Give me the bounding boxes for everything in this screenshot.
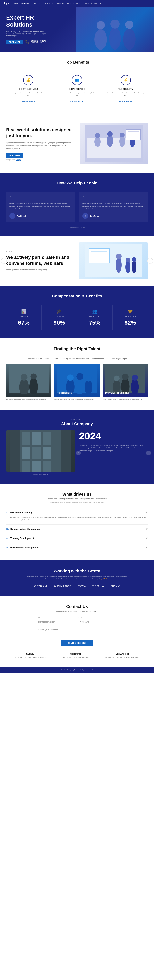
nav-item-page2[interactable]: PAGE 2	[76, 2, 83, 4]
faq-item-2: 02. Compensation Management ∨	[6, 525, 148, 534]
talent-label-2: HR Recruitment	[57, 392, 73, 394]
comp-mentorship-label: Mentorship	[114, 315, 146, 317]
forums-desc: Lorem ipsum dolor sit amet consectetur a…	[6, 269, 75, 271]
svg-point-29	[132, 260, 137, 273]
read-more-button[interactable]: READ MORE	[6, 40, 23, 44]
office-melbourne: Melbourne 100 Collins St, Melbourne VIC …	[62, 652, 89, 659]
hero-description: Sample large text. Lorem ipsum dolor sit…	[6, 30, 47, 37]
footer-text: © 2024 Company Name. All rights reserved…	[61, 669, 93, 671]
offices-container: Sydney 45 Fitzway Rd Symond Sydney NSW 2…	[6, 652, 148, 659]
benefit-cost-link[interactable]: LEARN MORE	[22, 100, 35, 102]
svg-point-42	[86, 375, 92, 382]
how-help-section: How We Help People " Lorem ipsum dolor s…	[0, 173, 154, 236]
cost-icon: 💰	[23, 75, 33, 85]
office-divider-1	[54, 652, 54, 659]
faq-header-4[interactable]: 04. Performance Management ∨	[6, 546, 148, 549]
talent-label-1: Executive Search	[9, 397, 26, 399]
svg-point-47	[122, 374, 129, 380]
hero-section: Expert HR Solutions Sample large text. L…	[0, 6, 154, 52]
svg-rect-16	[126, 129, 141, 140]
contact-subtitle: Any questions or remarks? Just write us …	[6, 610, 148, 612]
send-message-button[interactable]: SEND MESSAGE	[61, 640, 93, 646]
about-img-credit: Images from Freepik	[6, 474, 75, 476]
faq-question-4: Performance Management	[11, 546, 146, 549]
benefit-flexibility-link[interactable]: LEARN MORE	[119, 100, 132, 102]
forums-label: BLOG	[6, 251, 75, 253]
svg-point-9	[95, 133, 100, 138]
forums-content: BLOG We actively participate in and conv…	[6, 251, 79, 271]
testimonial-author-2: S Sam Perry	[83, 213, 144, 219]
svg-point-30	[132, 257, 137, 262]
svg-rect-53	[32, 433, 41, 445]
forums-photo	[79, 242, 148, 279]
faq-number-4: 04.	[6, 547, 9, 549]
about-label: HISTORY	[6, 418, 148, 420]
talent-cards-container: Executive Search Lorem ipsum dolor sit a…	[6, 364, 148, 402]
office-melbourne-city: Melbourne	[62, 652, 89, 655]
office-divider-2	[97, 652, 97, 659]
svg-rect-54	[43, 433, 51, 445]
nav-item-page1[interactable]: PAGE 1	[67, 2, 74, 4]
benefit-card-experience: 👥 EXPERIENCE Lorem ipsum dolor sit amet,…	[55, 71, 99, 107]
hero-buttons: READ MORE 📞 Call 24hr / 7 days 1-800-000…	[6, 40, 148, 44]
office-la-city: Los Angeles	[105, 652, 139, 655]
comp-trainings-label: Trainings	[44, 315, 75, 317]
nav-item-about[interactable]: ABOUT US	[32, 2, 41, 4]
comp-benefits-percent: 67%	[8, 320, 40, 326]
contact-section: Contact Us Any questions or remarks? Jus…	[0, 596, 154, 667]
name-input[interactable]	[78, 619, 118, 625]
faq-chevron-1: ∧	[146, 511, 148, 514]
faq-header-1[interactable]: 01. Recruitment Staffing ∧	[6, 511, 148, 514]
nav-item-contact[interactable]: CONTACT	[56, 2, 65, 4]
forums-title: We actively participate in and convene f…	[6, 255, 75, 266]
form-group-name: Name	[78, 616, 118, 625]
svg-point-13	[120, 132, 125, 137]
comp-recruitment-percent: 75%	[79, 320, 111, 326]
email-input[interactable]	[36, 619, 76, 625]
carousel-prev-button[interactable]: ‹	[1, 258, 7, 264]
comp-mentorship-percent: 62%	[114, 320, 146, 326]
talent-label-3: Innovative HR Solutions	[105, 392, 129, 394]
nav-item-team[interactable]: OUR TEAM	[44, 2, 53, 4]
about-next-button[interactable]: ›	[146, 450, 151, 455]
nav-links: HOME LANDING ABOUT US OUR TEAM CONTACT P…	[13, 2, 101, 4]
svg-point-40	[76, 373, 83, 380]
brand-tesla: TESLA	[92, 584, 105, 588]
comp-benefits: 📊 Benefits 67%	[6, 305, 42, 330]
freepik-link-2[interactable]: Freepik	[79, 226, 84, 228]
footer: © 2024 Company Name. All rights reserved…	[0, 667, 154, 673]
benefits-title: Top Benefits	[6, 60, 148, 65]
nav-item-page4[interactable]: PAGE 4	[94, 2, 101, 4]
benefit-experience-desc: Lorem ipsum dolor sit amet, consectetur …	[58, 92, 96, 97]
benefit-experience-link[interactable]: LEARN MORE	[70, 100, 84, 102]
real-world-section: Real-world solutions designed just for y…	[0, 115, 154, 173]
faq-chevron-3: ∨	[146, 537, 148, 540]
get-in-touch-link[interactable]: get in touch	[101, 578, 111, 580]
talent-card-img-3: Innovative HR Solutions	[103, 364, 148, 396]
faq-chevron-2: ∨	[146, 527, 148, 531]
nav-item-home[interactable]: HOME	[13, 2, 19, 4]
bests-desc: Paragraph. Lorem ipsum dolor sit amet, c…	[26, 575, 129, 581]
about-photo	[6, 430, 75, 471]
carousel-next-button[interactable]: ›	[147, 258, 153, 264]
real-world-title: Real-world solutions designed just for y…	[6, 127, 74, 139]
talent-desc-3: Lorem ipsum dolor sit amet consectetur a…	[103, 396, 148, 402]
svg-point-11	[107, 131, 113, 137]
form-group-message	[36, 627, 118, 640]
about-prev-button[interactable]: ‹	[76, 450, 81, 455]
faq-item-3: 03. Training Development ∨	[6, 534, 148, 543]
freepik-link-3[interactable]: Freepik	[43, 474, 48, 476]
real-world-read-more[interactable]: READ MORE	[6, 153, 23, 158]
how-help-title: How We Help People	[6, 181, 148, 186]
email-label: Email	[36, 616, 76, 618]
comp-trainings-percent: 90%	[44, 320, 75, 326]
message-textarea[interactable]	[36, 627, 118, 639]
faq-header-3[interactable]: 03. Training Development ∨	[6, 537, 148, 540]
freepik-link[interactable]: Freepik	[16, 159, 21, 161]
real-world-content: Real-world solutions designed just for y…	[6, 127, 74, 161]
faq-header-2[interactable]: 02. Compensation Management ∨	[6, 527, 148, 531]
nav-item-page3[interactable]: PAGE 3	[85, 2, 92, 4]
about-image: Images from Freepik	[6, 430, 75, 476]
contact-form: Email Name SEND MESSAGE	[36, 616, 118, 646]
nav-item-landing[interactable]: LANDING	[21, 2, 29, 4]
